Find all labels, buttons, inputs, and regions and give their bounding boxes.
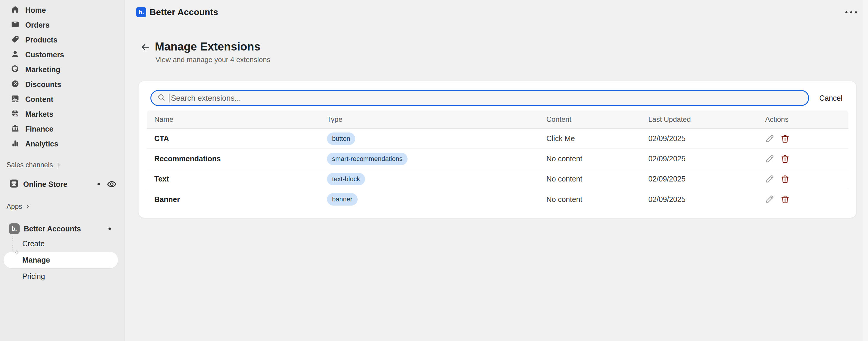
extension-content: No content [539,155,641,163]
column-header-content: Content [539,115,641,124]
cancel-button[interactable]: Cancel [817,94,844,103]
extension-last-updated: 02/09/2025 [641,134,758,143]
more-menu-icon [850,11,852,13]
better-accounts-app-icon: b. [9,224,20,234]
sidebar-item-label: Discounts [25,80,61,89]
sidebar-item-label: Analytics [25,140,58,148]
row-actions [758,134,848,143]
sidebar-item-label: Finance [25,125,53,133]
pencil-icon [765,200,774,205]
table-row: Recommendations smart-recommendations No… [147,149,848,169]
apps-header[interactable]: Apps [0,202,125,211]
sidebar-item-analytics[interactable]: Analytics [0,136,125,151]
extension-type-cell: banner [320,193,539,206]
sales-channels-label: Sales channels [6,161,53,169]
sidebar-item-products[interactable]: Products [0,32,125,47]
back-button[interactable] [140,42,150,52]
search-input[interactable] [170,93,802,103]
products-icon [11,35,20,45]
extension-type-cell: button [320,133,539,145]
sidebar-item-label: Home [25,6,46,14]
sidebar-item-markets[interactable]: $ Markets [0,107,125,122]
text-caret [169,94,169,102]
discounts-icon [11,79,20,90]
extension-type-cell: text-block [320,173,539,185]
extensions-card: Cancel Name Type Content Last Updated Ac… [138,81,857,218]
trash-icon [781,180,789,184]
marketing-icon [11,64,20,74]
extension-content: Click Me [539,134,641,143]
pencil-icon [765,140,774,144]
delete-button[interactable] [781,195,789,204]
more-menu-icon [855,11,857,13]
delete-button[interactable] [781,175,789,183]
search-row: Cancel [150,90,844,106]
chevron-right-icon [26,203,30,211]
extension-content: No content [539,195,641,204]
row-actions [758,175,848,183]
more-menu-button[interactable] [844,10,858,14]
extension-last-updated: 02/09/2025 [641,175,758,183]
trash-icon [781,160,789,164]
sidebar-item-marketing[interactable]: Marketing [0,62,125,77]
chevron-right-icon [57,161,61,169]
finance-icon [11,124,20,134]
sidebar-item-label: Customers [25,50,64,59]
extension-content: No content [539,175,641,183]
edit-button[interactable] [765,134,774,143]
type-badge: smart-recommendations [327,153,407,165]
search-box [150,90,809,106]
sidebar-item-label: Marketing [25,65,60,74]
delete-button[interactable] [781,134,789,143]
analytics-icon [11,139,20,149]
app-title: Better Accounts [150,7,218,17]
sidebar-item-label: Markets [25,110,54,118]
trash-icon [781,140,789,144]
search-icon [157,93,165,103]
sidebar-item-finance[interactable]: Finance [0,122,125,136]
page-subtitle: View and manage your 4 extensions [155,56,270,64]
customers-icon [11,49,20,60]
type-badge: banner [327,193,358,206]
edit-button[interactable] [765,155,774,163]
sidebar-item-online-store[interactable]: Online Store [0,177,125,192]
page-header: Manage Extensions View and manage your 4… [140,40,270,64]
extension-name: CTA [147,134,320,143]
sidebar-item-home[interactable]: Home [0,3,125,18]
type-badge: button [327,133,355,145]
online-store-label: Online Store [23,180,67,189]
column-header-name: Name [147,115,320,124]
home-icon [11,5,20,15]
delete-button[interactable] [781,155,789,163]
sidebar-item-customers[interactable]: Customers [0,47,125,62]
trash-icon [781,200,789,205]
edit-button[interactable] [765,195,774,204]
online-store-visibility-button[interactable] [107,179,117,189]
more-menu-icon [845,11,847,13]
online-store-icon [9,178,19,190]
sidebar-item-label: Products [25,36,57,44]
better-accounts-label: Better Accounts [24,225,81,233]
topbar: b. Better Accounts [136,7,218,17]
sidebar-item-orders[interactable]: Orders [0,18,125,32]
row-actions [758,155,848,163]
extension-last-updated: 02/09/2025 [641,155,758,163]
sales-channels-header[interactable]: Sales channels [0,160,125,169]
sidebar-item-label: Orders [25,21,50,29]
extensions-table: Name Type Content Last Updated Actions C… [147,110,848,209]
svg-text:$: $ [16,113,18,117]
sidebar-item-content[interactable]: Content [0,92,125,107]
content-icon [11,94,20,104]
extension-type-cell: smart-recommendations [320,153,539,165]
sidebar-item-pricing[interactable]: Pricing [0,269,125,284]
sidebar-item-discounts[interactable]: Discounts [0,77,125,92]
edit-button[interactable] [765,175,774,183]
column-header-type: Type [320,115,539,124]
app-logo: b. [136,7,146,17]
extension-name: Banner [147,195,320,204]
table-row: Text text-block No content 02/09/2025 [147,169,848,189]
extension-name: Text [147,175,320,183]
row-actions [758,195,848,204]
page-title: Manage Extensions [155,40,270,53]
main-content: b. Better Accounts Manage Extensions Vie… [125,0,868,341]
